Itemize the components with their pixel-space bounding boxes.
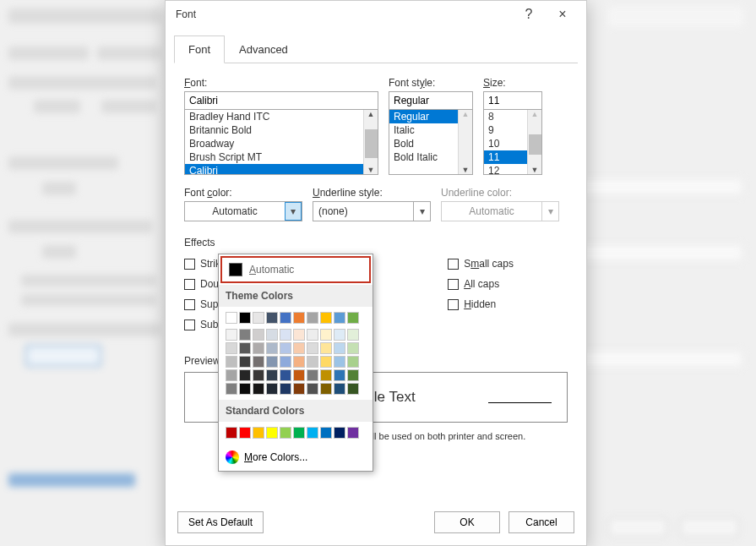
color-swatch[interactable] (334, 427, 345, 439)
color-swatch[interactable] (226, 427, 237, 439)
list-item[interactable]: Broadway (185, 137, 378, 150)
color-swatch[interactable] (320, 427, 332, 439)
color-swatch[interactable] (253, 329, 264, 341)
color-swatch[interactable] (266, 356, 278, 368)
color-swatch[interactable] (239, 312, 251, 324)
ok-button[interactable]: OK (434, 511, 500, 533)
cancel-button[interactable]: Cancel (509, 511, 574, 533)
tab-advanced[interactable]: Advanced (225, 35, 302, 63)
tab-font[interactable]: Font (174, 35, 225, 63)
chevron-down-icon[interactable]: ▾ (413, 202, 430, 221)
color-swatch[interactable] (347, 356, 359, 368)
color-swatch[interactable] (320, 356, 332, 368)
color-swatch[interactable] (334, 383, 345, 395)
color-swatch[interactable] (334, 312, 345, 324)
fontcolor-dropdown[interactable]: Automatic ▾ (184, 201, 302, 221)
color-swatch[interactable] (226, 329, 237, 341)
size-listbox[interactable]: 89101112 ▲▼ (483, 109, 542, 175)
list-item[interactable]: Britannic Bold (185, 123, 378, 137)
color-swatch[interactable] (280, 427, 291, 439)
fontstyle-input[interactable] (389, 91, 473, 110)
color-swatch[interactable] (347, 369, 359, 381)
color-swatch[interactable] (280, 312, 291, 324)
font-listbox[interactable]: Bradley Hand ITCBritannic BoldBroadwayBr… (184, 109, 378, 175)
color-swatch[interactable] (266, 342, 278, 354)
color-swatch[interactable] (293, 329, 305, 341)
color-swatch[interactable] (280, 329, 291, 341)
fontstyle-scrollbar[interactable]: ▲▼ (458, 110, 472, 174)
color-swatch[interactable] (347, 342, 359, 354)
color-swatch[interactable] (347, 427, 359, 439)
color-swatch[interactable] (253, 356, 264, 368)
color-swatch[interactable] (307, 369, 318, 381)
color-swatch[interactable] (293, 383, 305, 395)
color-swatch[interactable] (253, 427, 264, 439)
color-swatch[interactable] (239, 356, 251, 368)
color-swatch[interactable] (307, 312, 318, 324)
color-swatch[interactable] (347, 329, 359, 341)
color-swatch[interactable] (266, 369, 278, 381)
color-swatch[interactable] (239, 342, 251, 354)
color-swatch[interactable] (320, 329, 332, 341)
color-swatch[interactable] (239, 329, 251, 341)
color-swatch[interactable] (266, 383, 278, 395)
hidden-checkbox[interactable]: Hidden (448, 296, 568, 313)
color-swatch[interactable] (347, 312, 359, 324)
smallcaps-checkbox[interactable]: Small caps (448, 255, 568, 272)
color-swatch[interactable] (320, 312, 332, 324)
color-swatch[interactable] (253, 312, 264, 324)
color-swatch[interactable] (226, 383, 237, 395)
help-button[interactable]: ? (512, 7, 546, 22)
color-swatch[interactable] (280, 356, 291, 368)
color-swatch[interactable] (280, 369, 291, 381)
color-swatch[interactable] (334, 342, 345, 354)
color-swatch[interactable] (253, 383, 264, 395)
color-swatch[interactable] (320, 342, 332, 354)
color-swatch[interactable] (334, 369, 345, 381)
color-swatch[interactable] (320, 383, 332, 395)
underlinestyle-dropdown[interactable]: (none) ▾ (313, 201, 431, 221)
color-swatch[interactable] (347, 383, 359, 395)
color-swatch[interactable] (239, 383, 251, 395)
color-swatch[interactable] (293, 312, 305, 324)
color-swatch[interactable] (266, 312, 278, 324)
color-swatch[interactable] (307, 356, 318, 368)
color-swatch[interactable] (253, 369, 264, 381)
color-swatch[interactable] (226, 312, 237, 324)
color-swatch[interactable] (266, 329, 278, 341)
color-swatch[interactable] (334, 329, 345, 341)
color-swatch[interactable] (293, 427, 305, 439)
color-swatch[interactable] (226, 356, 237, 368)
set-default-button[interactable]: Set As Default (177, 511, 264, 533)
font-input[interactable] (184, 91, 378, 110)
color-swatch[interactable] (226, 369, 237, 381)
color-swatch[interactable] (239, 427, 251, 439)
color-swatch[interactable] (293, 342, 305, 354)
color-swatch[interactable] (266, 427, 278, 439)
close-button[interactable]: × (546, 7, 579, 22)
color-swatch[interactable] (307, 342, 318, 354)
list-item[interactable]: Calibri (185, 164, 378, 175)
color-swatch[interactable] (307, 427, 318, 439)
color-swatch[interactable] (280, 342, 291, 354)
color-swatch[interactable] (293, 356, 305, 368)
color-swatch[interactable] (334, 356, 345, 368)
color-automatic-option[interactable]: Automatic (220, 256, 371, 283)
size-scrollbar[interactable]: ▲▼ (527, 110, 541, 174)
allcaps-checkbox[interactable]: All caps (448, 276, 568, 292)
color-swatch[interactable] (307, 383, 318, 395)
list-item[interactable]: Bradley Hand ITC (185, 110, 378, 123)
font-scrollbar[interactable]: ▲▼ (363, 110, 378, 174)
color-swatch[interactable] (293, 369, 305, 381)
chevron-down-icon[interactable]: ▾ (285, 202, 302, 221)
color-swatch[interactable] (253, 342, 264, 354)
color-swatch[interactable] (239, 369, 251, 381)
size-input[interactable] (483, 91, 542, 110)
list-item[interactable]: Brush Script MT (185, 150, 378, 164)
more-colors-option[interactable]: More Colors... (219, 444, 373, 471)
color-swatch[interactable] (280, 383, 291, 395)
color-swatch[interactable] (320, 369, 332, 381)
color-swatch[interactable] (226, 342, 237, 354)
color-swatch[interactable] (307, 329, 318, 341)
fontstyle-listbox[interactable]: RegularItalicBoldBold Italic ▲▼ (389, 109, 473, 175)
